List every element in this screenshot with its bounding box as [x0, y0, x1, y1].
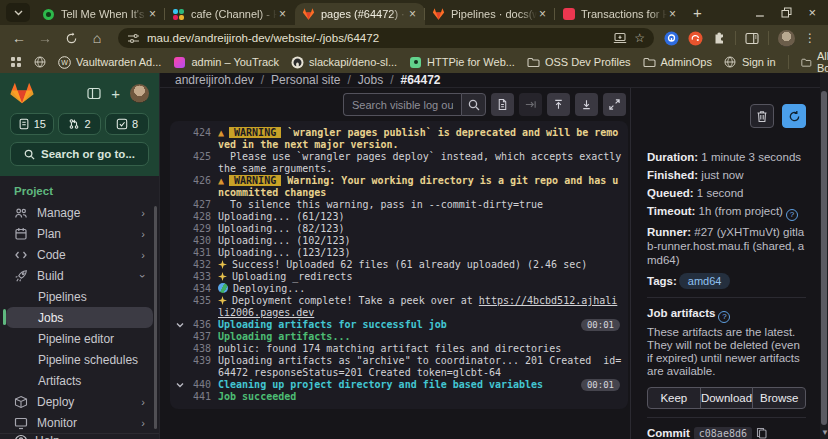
browser-tab-3[interactable]: Pipelines · docs(website):×: [425, 3, 555, 25]
sidebar-scrollbar[interactable]: [154, 206, 157, 429]
sidebar-item-jobs[interactable]: Jobs: [6, 307, 153, 328]
bookmark-star-icon[interactable]: ☆: [634, 31, 645, 45]
log-line-number[interactable]: 424: [190, 127, 218, 139]
log-line-number[interactable]: 435: [190, 295, 218, 307]
log-section-header[interactable]: Cleaning up project directory and file b…: [218, 379, 543, 390]
log-line-number[interactable]: 431: [190, 247, 218, 259]
log-section-header[interactable]: Uploading artifacts for successful job: [218, 319, 447, 330]
page-scrollbar[interactable]: ▼: [820, 73, 828, 439]
side-panel-icon[interactable]: [745, 32, 759, 45]
tag-badge[interactable]: amd64: [679, 273, 731, 289]
show-raw-log-button[interactable]: [491, 93, 514, 116]
sidebar-help-button[interactable]: Help: [0, 433, 159, 439]
restore-button[interactable]: [781, 7, 792, 18]
create-new-icon[interactable]: +: [111, 85, 120, 102]
counter-merge-requests[interactable]: 2: [58, 113, 102, 135]
globe-icon[interactable]: [34, 56, 46, 69]
tab-close-icon[interactable]: ×: [407, 7, 418, 21]
bookmark-0[interactable]: WVaultwarden Ad...: [52, 56, 167, 69]
reload-button[interactable]: [60, 32, 82, 45]
all-bookmarks-button[interactable]: All Bookmarks: [788, 50, 828, 74]
scroll-to-top-button[interactable]: [547, 93, 570, 116]
close-window-button[interactable]: ×: [808, 5, 816, 20]
tab-close-icon[interactable]: ×: [537, 7, 548, 21]
tab-close-icon[interactable]: ×: [277, 7, 288, 21]
copy-commit-icon[interactable]: [756, 427, 767, 439]
sidebar-item-deploy[interactable]: Deploy›: [6, 391, 153, 412]
site-settings-icon[interactable]: [127, 32, 140, 45]
log-line-number[interactable]: 432: [190, 259, 218, 271]
log-line-number[interactable]: 430: [190, 235, 218, 247]
bookmark-5[interactable]: AdminOps: [637, 56, 718, 69]
breadcrumb-project[interactable]: Personal site: [271, 73, 340, 87]
log-line-number[interactable]: 439: [190, 355, 218, 367]
timeout-help-icon[interactable]: ?: [786, 209, 798, 221]
bookmark-3[interactable]: HTTPie for Web...: [403, 56, 521, 69]
tab-search-button[interactable]: [6, 3, 30, 22]
minimize-button[interactable]: [755, 8, 765, 18]
log-line-number[interactable]: 441: [190, 391, 218, 403]
gitlab-search-button[interactable]: Search or go to...: [10, 142, 149, 166]
gitlab-user-avatar[interactable]: [130, 84, 149, 103]
browser-tab-0[interactable]: Tell Me When It's Too Late×: [35, 3, 165, 25]
sidebar-item-build[interactable]: Build›: [6, 265, 153, 286]
url-text[interactable]: mau.dev/andreijiroh-dev/website/-/jobs/6…: [147, 32, 606, 44]
log-line-number[interactable]: 428: [190, 211, 218, 223]
browser-tab-2[interactable]: pages (#64472) · Jobs · an×: [295, 3, 425, 25]
scrollbar-down-arrow[interactable]: ▼: [821, 428, 828, 437]
tab-close-icon[interactable]: ×: [667, 7, 678, 21]
sidebar-item-artifacts[interactable]: Artifacts: [6, 370, 153, 391]
forward-button[interactable]: →: [34, 30, 56, 46]
log-line-number[interactable]: 426: [190, 175, 218, 187]
wrap-lines-button[interactable]: [519, 93, 542, 116]
bookmark-2[interactable]: slackapi/deno-sl...: [285, 56, 403, 69]
address-bar[interactable]: mau.dev/andreijiroh-dev/website/-/jobs/6…: [118, 28, 654, 48]
send-to-device-icon[interactable]: [613, 32, 627, 44]
breadcrumb-group[interactable]: andreijiroh.dev: [175, 73, 254, 87]
sidebar-item-plan[interactable]: Plan›: [6, 223, 153, 244]
scroll-to-bottom-button[interactable]: [575, 93, 598, 116]
log-line-number[interactable]: 437: [190, 331, 218, 343]
sidebar-item-pipelines[interactable]: Pipelines: [6, 286, 153, 307]
bookmark-4[interactable]: OSS Dev Profiles: [521, 56, 637, 69]
artifacts-help-icon[interactable]: ?: [718, 311, 730, 323]
orange-extension-icon[interactable]: [688, 31, 703, 46]
log-line-number[interactable]: 438: [190, 343, 218, 355]
onepassword-extension-icon[interactable]: [664, 31, 679, 46]
browser-tab-1[interactable]: cafe (Channel) - Hack Club×: [165, 3, 295, 25]
keep-button[interactable]: Keep: [647, 387, 701, 409]
fullscreen-button[interactable]: [603, 93, 626, 116]
page-scrollbar-thumb[interactable]: [821, 91, 827, 425]
log-line-number[interactable]: 427: [190, 199, 218, 211]
browser-tab-4[interactable]: Transactions for High Sea×: [555, 3, 685, 25]
log-line-number[interactable]: 434: [190, 283, 218, 295]
log-line-number[interactable]: 436: [190, 319, 218, 331]
erase-job-log-button[interactable]: [750, 104, 774, 128]
sidebar-toggle-icon[interactable]: [87, 87, 101, 100]
bookmark-6[interactable]: Sign in: [718, 56, 782, 69]
log-line-number[interactable]: 429: [190, 223, 218, 235]
sidebar-item-manage[interactable]: Manage›: [6, 202, 153, 223]
log-search-input[interactable]: [343, 93, 461, 116]
collapse-section-icon[interactable]: [170, 319, 190, 330]
gitlab-logo[interactable]: [10, 82, 34, 104]
tab-close-icon[interactable]: ×: [147, 7, 158, 21]
browser-menu-icon[interactable]: ⋮: [804, 31, 816, 45]
sidebar-item-pipeline-schedules[interactable]: Pipeline schedules: [6, 349, 153, 370]
counter-todos[interactable]: 8: [105, 113, 149, 135]
sidebar-item-monitor[interactable]: Monitor›: [6, 412, 153, 433]
browser-profile-avatar[interactable]: [778, 30, 795, 47]
sidebar-item-pipeline-editor[interactable]: Pipeline editor: [6, 328, 153, 349]
counter-issues[interactable]: 15: [10, 113, 54, 135]
home-button[interactable]: ⌂: [86, 30, 108, 46]
download-button[interactable]: Download: [700, 387, 754, 409]
collapse-section-icon[interactable]: [170, 379, 190, 390]
sidebar-item-code[interactable]: Code›: [6, 244, 153, 265]
retry-job-button[interactable]: [782, 104, 806, 128]
log-search-icon[interactable]: [461, 93, 486, 116]
back-button[interactable]: ←: [8, 30, 30, 46]
bookmark-1[interactable]: admin – YouTrack: [167, 56, 285, 69]
extensions-puzzle-icon[interactable]: [712, 31, 726, 45]
log-line-number[interactable]: 433: [190, 271, 218, 283]
browse-button[interactable]: Browse: [752, 387, 806, 409]
